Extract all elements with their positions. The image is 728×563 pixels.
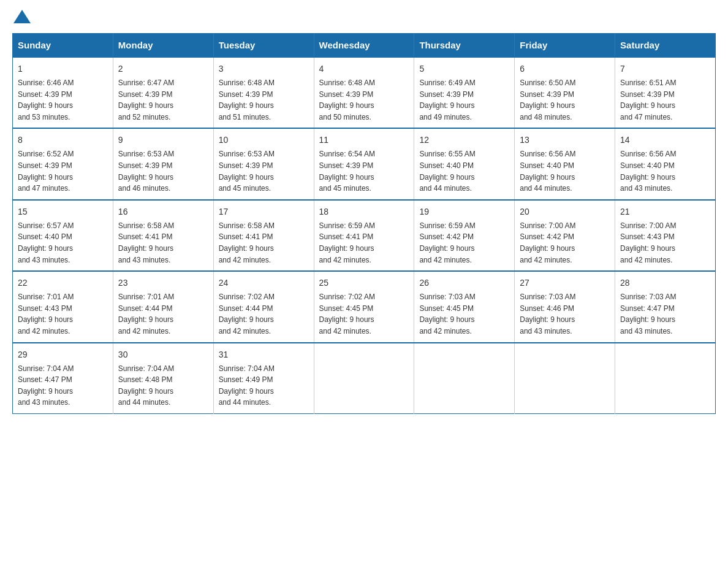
day-number: 17 [219, 205, 309, 218]
day-info: Sunrise: 6:58 AM Sunset: 4:41 PM Dayligh… [219, 220, 309, 266]
day-number: 2 [118, 63, 208, 75]
day-cell: 29Sunrise: 7:04 AM Sunset: 4:47 PM Dayli… [13, 343, 113, 414]
day-number: 10 [219, 134, 309, 147]
day-number: 30 [118, 348, 208, 361]
day-cell: 5Sunrise: 6:49 AM Sunset: 4:39 PM Daylig… [414, 57, 515, 128]
header-cell-friday: Friday [515, 34, 615, 58]
day-info: Sunrise: 6:56 AM Sunset: 4:40 PM Dayligh… [620, 148, 710, 194]
day-info: Sunrise: 6:53 AM Sunset: 4:39 PM Dayligh… [118, 148, 208, 194]
day-number: 12 [419, 134, 509, 147]
day-number: 6 [520, 63, 610, 75]
day-info: Sunrise: 7:03 AM Sunset: 4:45 PM Dayligh… [419, 291, 509, 337]
day-cell: 16Sunrise: 6:58 AM Sunset: 4:41 PM Dayli… [113, 200, 213, 271]
day-cell: 1Sunrise: 6:46 AM Sunset: 4:39 PM Daylig… [13, 57, 113, 128]
day-number: 20 [520, 205, 610, 218]
day-cell [515, 343, 615, 414]
day-number: 4 [319, 63, 409, 75]
header-cell-monday: Monday [113, 34, 213, 58]
day-info: Sunrise: 6:53 AM Sunset: 4:39 PM Dayligh… [219, 148, 309, 194]
day-number: 25 [319, 277, 409, 289]
day-number: 1 [18, 63, 108, 75]
day-number: 29 [18, 348, 108, 361]
day-cell: 27Sunrise: 7:03 AM Sunset: 4:46 PM Dayli… [515, 271, 615, 342]
day-cell: 2Sunrise: 6:47 AM Sunset: 4:39 PM Daylig… [113, 57, 213, 128]
day-info: Sunrise: 6:59 AM Sunset: 4:41 PM Dayligh… [319, 220, 409, 266]
day-number: 31 [219, 348, 309, 361]
day-number: 21 [620, 205, 710, 218]
day-cell: 30Sunrise: 7:04 AM Sunset: 4:48 PM Dayli… [113, 343, 213, 414]
day-info: Sunrise: 7:03 AM Sunset: 4:47 PM Dayligh… [620, 291, 710, 337]
day-cell [314, 343, 414, 414]
day-cell [414, 343, 515, 414]
day-info: Sunrise: 6:54 AM Sunset: 4:39 PM Dayligh… [319, 148, 409, 194]
day-cell: 7Sunrise: 6:51 AM Sunset: 4:39 PM Daylig… [615, 57, 716, 128]
day-number: 28 [620, 277, 710, 289]
day-number: 22 [18, 277, 108, 289]
day-info: Sunrise: 6:58 AM Sunset: 4:41 PM Dayligh… [118, 220, 208, 266]
day-number: 19 [419, 205, 509, 218]
day-info: Sunrise: 7:03 AM Sunset: 4:46 PM Dayligh… [520, 291, 610, 337]
day-cell: 23Sunrise: 7:01 AM Sunset: 4:44 PM Dayli… [113, 271, 213, 342]
day-cell: 15Sunrise: 6:57 AM Sunset: 4:40 PM Dayli… [13, 200, 113, 271]
day-cell: 9Sunrise: 6:53 AM Sunset: 4:39 PM Daylig… [113, 128, 213, 199]
day-cell: 21Sunrise: 7:00 AM Sunset: 4:43 PM Dayli… [615, 200, 716, 271]
day-number: 24 [219, 277, 309, 289]
day-cell: 14Sunrise: 6:56 AM Sunset: 4:40 PM Dayli… [615, 128, 716, 199]
day-number: 3 [219, 63, 309, 75]
day-cell: 19Sunrise: 6:59 AM Sunset: 4:42 PM Dayli… [414, 200, 515, 271]
logo [12, 12, 31, 21]
day-cell: 12Sunrise: 6:55 AM Sunset: 4:40 PM Dayli… [414, 128, 515, 199]
day-info: Sunrise: 6:55 AM Sunset: 4:40 PM Dayligh… [419, 148, 509, 194]
day-info: Sunrise: 7:04 AM Sunset: 4:49 PM Dayligh… [219, 363, 309, 408]
calendar-table: SundayMondayTuesdayWednesdayThursdayFrid… [12, 33, 716, 414]
day-number: 15 [18, 205, 108, 218]
day-info: Sunrise: 7:00 AM Sunset: 4:43 PM Dayligh… [620, 220, 710, 266]
header-cell-sunday: Sunday [13, 34, 113, 58]
day-cell: 24Sunrise: 7:02 AM Sunset: 4:44 PM Dayli… [213, 271, 314, 342]
day-number: 8 [18, 134, 108, 147]
day-number: 7 [620, 63, 710, 75]
day-cell: 25Sunrise: 7:02 AM Sunset: 4:45 PM Dayli… [314, 271, 414, 342]
day-info: Sunrise: 7:01 AM Sunset: 4:43 PM Dayligh… [18, 291, 108, 337]
header-cell-thursday: Thursday [414, 34, 515, 58]
page-header [12, 12, 716, 21]
day-info: Sunrise: 7:02 AM Sunset: 4:44 PM Dayligh… [219, 291, 309, 337]
day-number: 9 [118, 134, 208, 147]
day-info: Sunrise: 6:46 AM Sunset: 4:39 PM Dayligh… [18, 77, 108, 123]
day-cell: 31Sunrise: 7:04 AM Sunset: 4:49 PM Dayli… [213, 343, 314, 414]
week-row-2: 8Sunrise: 6:52 AM Sunset: 4:39 PM Daylig… [13, 128, 716, 199]
day-cell: 28Sunrise: 7:03 AM Sunset: 4:47 PM Dayli… [615, 271, 716, 342]
day-cell: 22Sunrise: 7:01 AM Sunset: 4:43 PM Dayli… [13, 271, 113, 342]
day-number: 27 [520, 277, 610, 289]
week-row-5: 29Sunrise: 7:04 AM Sunset: 4:47 PM Dayli… [13, 343, 716, 414]
header-cell-tuesday: Tuesday [213, 34, 314, 58]
header-row: SundayMondayTuesdayWednesdayThursdayFrid… [13, 34, 716, 58]
week-row-1: 1Sunrise: 6:46 AM Sunset: 4:39 PM Daylig… [13, 57, 716, 128]
week-row-4: 22Sunrise: 7:01 AM Sunset: 4:43 PM Dayli… [13, 271, 716, 342]
day-cell: 20Sunrise: 7:00 AM Sunset: 4:42 PM Dayli… [515, 200, 615, 271]
day-info: Sunrise: 7:04 AM Sunset: 4:47 PM Dayligh… [18, 363, 108, 408]
day-info: Sunrise: 6:56 AM Sunset: 4:40 PM Dayligh… [520, 148, 610, 194]
day-info: Sunrise: 6:47 AM Sunset: 4:39 PM Dayligh… [118, 77, 208, 123]
day-info: Sunrise: 6:51 AM Sunset: 4:39 PM Dayligh… [620, 77, 710, 123]
day-info: Sunrise: 6:52 AM Sunset: 4:39 PM Dayligh… [18, 148, 108, 194]
day-number: 14 [620, 134, 710, 147]
day-info: Sunrise: 6:49 AM Sunset: 4:39 PM Dayligh… [419, 77, 509, 123]
day-cell: 17Sunrise: 6:58 AM Sunset: 4:41 PM Dayli… [213, 200, 314, 271]
calendar-header: SundayMondayTuesdayWednesdayThursdayFrid… [13, 34, 716, 58]
day-info: Sunrise: 6:57 AM Sunset: 4:40 PM Dayligh… [18, 220, 108, 266]
day-number: 18 [319, 205, 409, 218]
day-cell [615, 343, 716, 414]
logo-triangle-icon [13, 10, 31, 23]
day-info: Sunrise: 6:48 AM Sunset: 4:39 PM Dayligh… [219, 77, 309, 123]
header-cell-wednesday: Wednesday [314, 34, 414, 58]
day-cell: 10Sunrise: 6:53 AM Sunset: 4:39 PM Dayli… [213, 128, 314, 199]
day-info: Sunrise: 6:48 AM Sunset: 4:39 PM Dayligh… [319, 77, 409, 123]
day-cell: 26Sunrise: 7:03 AM Sunset: 4:45 PM Dayli… [414, 271, 515, 342]
day-cell: 18Sunrise: 6:59 AM Sunset: 4:41 PM Dayli… [314, 200, 414, 271]
calendar-body: 1Sunrise: 6:46 AM Sunset: 4:39 PM Daylig… [13, 57, 716, 413]
day-cell: 6Sunrise: 6:50 AM Sunset: 4:39 PM Daylig… [515, 57, 615, 128]
day-number: 16 [118, 205, 208, 218]
day-cell: 3Sunrise: 6:48 AM Sunset: 4:39 PM Daylig… [213, 57, 314, 128]
day-info: Sunrise: 7:04 AM Sunset: 4:48 PM Dayligh… [118, 363, 208, 408]
